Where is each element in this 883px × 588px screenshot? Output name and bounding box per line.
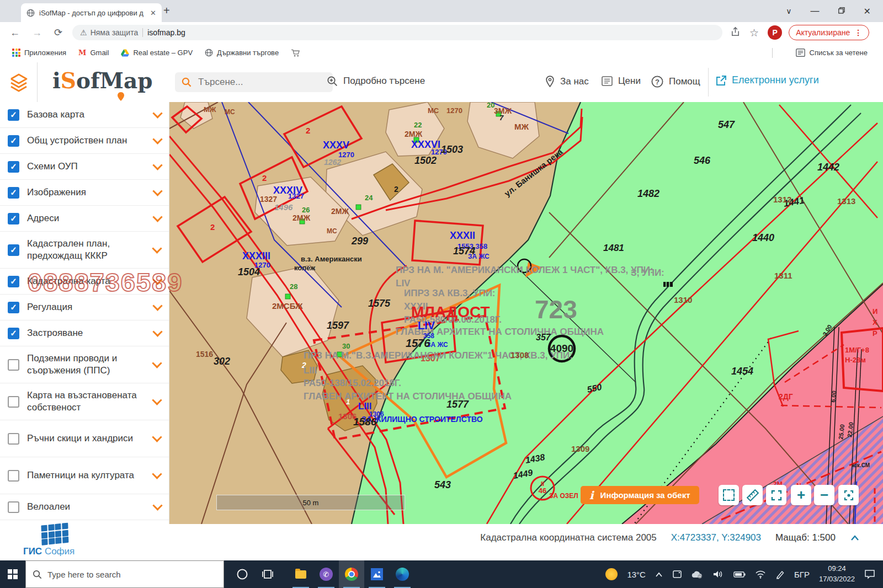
sidebar-layer-item[interactable]: Паметници на културата — [0, 457, 169, 494]
search-input[interactable] — [197, 76, 304, 88]
object-info-button[interactable]: i Информация за обект — [581, 486, 699, 504]
sidebar-layer-item[interactable]: ✓Схеми ОУП — [0, 154, 169, 180]
gis-sofia-logo[interactable] — [41, 522, 70, 548]
wifi-icon[interactable] — [755, 570, 766, 579]
clock[interactable]: 09:24 17/03/2022 — [819, 564, 855, 585]
bookmark-cart[interactable] — [291, 49, 300, 57]
task-view-button[interactable] — [255, 560, 280, 588]
sidebar-layer-item[interactable]: ✓Кадастрален план, предхождащ КККР — [0, 232, 169, 269]
chevron-down-icon[interactable] — [152, 500, 162, 510]
share-icon[interactable] — [730, 26, 741, 39]
measure-button[interactable] — [742, 485, 763, 505]
window-minimize-icon[interactable]: — — [811, 6, 820, 16]
chevron-down-icon[interactable] — [152, 108, 162, 118]
zoom-out-button[interactable]: − — [814, 485, 834, 505]
chevron-down-icon[interactable] — [152, 160, 162, 170]
volume-icon[interactable] — [713, 570, 724, 579]
security-warning-icon[interactable]: ⚠ Няма защита — [80, 28, 138, 37]
window-restore-icon[interactable] — [838, 6, 845, 16]
zoom-in-button[interactable]: + — [791, 485, 811, 505]
layer-checkbox[interactable]: ✓ — [8, 244, 19, 256]
back-icon[interactable]: ← — [10, 27, 20, 39]
prices-button[interactable]: Цени — [602, 76, 641, 87]
sidebar-layer-item[interactable]: ✓Базова карта — [0, 102, 169, 128]
forward-icon[interactable]: → — [32, 27, 42, 39]
update-chrome-button[interactable]: Актуализиране ⋮ — [789, 25, 869, 40]
bookmark-apps[interactable]: Приложения — [12, 49, 66, 57]
onedrive-icon[interactable] — [691, 570, 704, 579]
pen-icon[interactable] — [775, 570, 785, 579]
reading-list-button[interactable]: Списък за четене — [796, 49, 868, 57]
refresh-icon[interactable]: ⟳ — [54, 26, 62, 39]
battery-icon[interactable] — [733, 571, 746, 578]
layer-checkbox[interactable]: ✓ — [8, 328, 19, 339]
layer-checkbox[interactable]: ✓ — [8, 187, 19, 199]
file-explorer-button[interactable] — [288, 560, 313, 588]
layer-checkbox[interactable] — [8, 396, 19, 408]
layer-checkbox[interactable] — [8, 470, 19, 482]
window-close-icon[interactable]: ✕ — [864, 6, 871, 17]
edge-button[interactable] — [390, 560, 415, 588]
layer-checkbox[interactable]: ✓ — [8, 276, 19, 287]
weather-icon[interactable] — [605, 568, 618, 580]
photos-button[interactable] — [364, 560, 390, 588]
layer-checkbox[interactable]: ✓ — [8, 109, 19, 121]
bookmark-gmail[interactable]: M Gmail — [78, 49, 109, 57]
sidebar-layer-item[interactable]: Подземни проводи и съоръжения (ППС) — [0, 346, 169, 383]
sidebar-layer-item[interactable]: ✓Изображения — [0, 180, 169, 206]
eservices-link[interactable]: Електронни услуги — [716, 74, 819, 86]
bookmark-star-icon[interactable]: ☆ — [749, 26, 759, 39]
sidebar-layer-item[interactable]: Зони — [0, 520, 169, 524]
layer-checkbox[interactable]: ✓ — [8, 302, 19, 313]
about-button[interactable]: За нас — [545, 76, 589, 87]
chevron-down-icon[interactable] — [152, 243, 162, 253]
profile-avatar[interactable]: P — [768, 25, 782, 40]
layer-checkbox[interactable] — [8, 359, 19, 371]
more-menu-icon[interactable]: ⋮ — [854, 28, 862, 37]
viber-button[interactable]: ✆ — [313, 560, 339, 588]
cortana-button[interactable] — [230, 560, 255, 588]
detailed-search-button[interactable]: Подробно търсене — [327, 76, 425, 87]
chevron-down-icon[interactable] — [152, 134, 162, 144]
chevron-down-icon[interactable] — [152, 469, 162, 479]
chevron-down-icon[interactable] — [152, 212, 162, 222]
map-search-box[interactable] — [175, 72, 333, 92]
new-tab-button[interactable]: + — [163, 4, 170, 17]
notifications-icon[interactable] — [864, 569, 875, 579]
fullscreen-button[interactable] — [766, 485, 786, 505]
chevron-down-icon[interactable] — [152, 327, 162, 336]
window-chevron-icon[interactable]: ∨ — [786, 7, 791, 15]
layers-menu-button[interactable] — [0, 62, 38, 102]
layer-checkbox[interactable] — [8, 501, 19, 513]
locate-button[interactable] — [838, 485, 859, 505]
display-icon[interactable] — [672, 570, 682, 579]
bookmark-tenders[interactable]: Държавни търгове — [205, 49, 279, 57]
temperature-label[interactable]: 13°C — [627, 570, 646, 579]
bookmark-real-estate[interactable]: Real estate – GPV — [121, 49, 193, 57]
map-viewport[interactable]: МЖМС2XXXV12701262МС1270203МЖ7МЖ222МЖXXXV… — [169, 102, 883, 524]
sidebar-layer-item[interactable]: ✓Регулация — [0, 295, 169, 320]
language-indicator[interactable]: БГР — [794, 570, 810, 579]
chrome-button[interactable] — [339, 560, 364, 588]
layer-checkbox[interactable]: ✓ — [8, 161, 19, 173]
chevron-down-icon[interactable] — [152, 432, 162, 442]
help-button[interactable]: ? Помощ — [651, 76, 700, 88]
chevron-down-icon[interactable] — [152, 275, 162, 285]
layer-checkbox[interactable] — [8, 433, 19, 445]
sidebar-layer-item[interactable]: ✓Застрояване — [0, 320, 169, 346]
chevron-down-icon[interactable] — [152, 358, 162, 368]
chevron-down-icon[interactable] — [152, 395, 162, 405]
layer-checkbox[interactable]: ✓ — [8, 135, 19, 147]
url-field[interactable]: ⚠ Няма защита isofmap.bg — [72, 25, 722, 40]
taskbar-search[interactable]: Type here to search — [25, 560, 224, 588]
sidebar-layer-item[interactable]: ✓Общ устройствен план — [0, 128, 169, 154]
browser-tab[interactable]: iSofMap - достъп до цифрови д ✕ — [21, 3, 162, 22]
collapse-statusbar-icon[interactable] — [850, 534, 860, 541]
select-area-button[interactable] — [719, 485, 739, 505]
layer-checkbox[interactable]: ✓ — [8, 213, 19, 224]
sidebar-layer-item[interactable]: ✓Кадастрална карта — [0, 269, 169, 295]
start-button[interactable] — [0, 560, 25, 588]
chevron-down-icon[interactable] — [152, 186, 162, 196]
sidebar-layer-item[interactable]: Велоалеи — [0, 494, 169, 520]
sidebar-layer-item[interactable]: Ръчни скици и хандриси — [0, 420, 169, 457]
